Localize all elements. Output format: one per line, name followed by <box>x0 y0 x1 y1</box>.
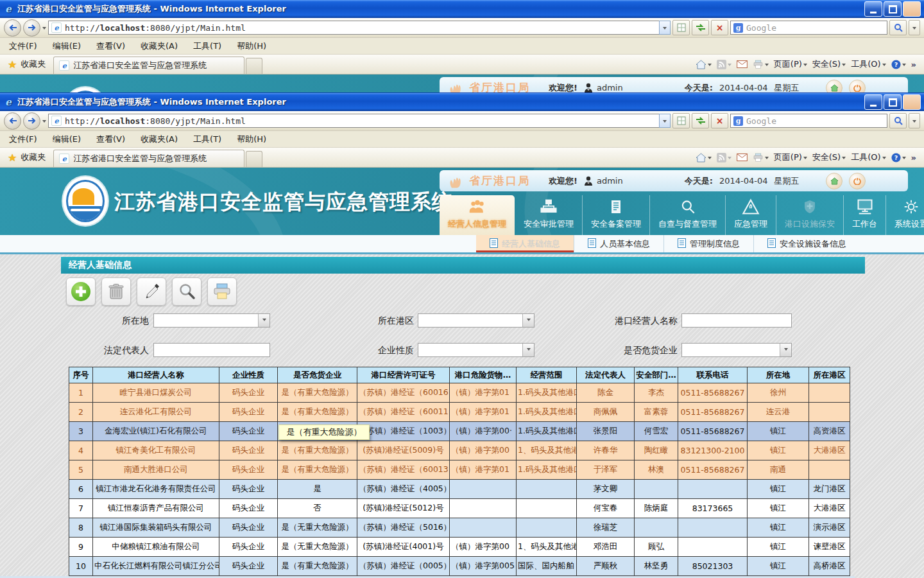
nav-item-经营人信息管理[interactable]: 经营人信息管理 <box>440 195 515 235</box>
compatibility-view-button[interactable] <box>672 113 690 128</box>
print-button[interactable] <box>753 153 769 162</box>
table-row-2[interactable]: 2连云港化工有限公司码头企业是（有重大危险源）（苏镇）港经证（60011）（镇）… <box>69 403 850 422</box>
nav-item-系统设置[interactable]: 系统设置 <box>886 195 924 235</box>
subnav-item-管理制度信息[interactable]: 管理制度信息 <box>663 235 753 252</box>
search-input[interactable]: g Google <box>730 21 887 35</box>
enterprise-type-select[interactable] <box>418 343 535 357</box>
new-tab-stub[interactable] <box>246 151 262 167</box>
home-button[interactable] <box>696 60 712 69</box>
more-commands-chevron[interactable]: » <box>911 153 916 162</box>
menu-item-2[interactable]: 查看(V) <box>96 40 125 52</box>
menu-item-4[interactable]: 工具(T) <box>193 40 221 52</box>
search-options-button[interactable] <box>909 20 920 35</box>
table-row-5[interactable]: 5南通大胜港口公司码头企业是（有重大危险源）（苏镇）港经证（60013）（镇）港… <box>69 460 850 480</box>
help-menu[interactable]: ? <box>891 60 906 69</box>
table-row-1[interactable]: 1睢宁县港口煤炭公司码头企业是（有重大危险源）（苏镇）港经证（60016）（镇）… <box>69 383 850 403</box>
menu-item-0[interactable]: 文件(F) <box>9 134 37 145</box>
nav-item-自查与督查管理[interactable]: 自查与督查管理 <box>650 195 726 235</box>
browser-tab[interactable]: e 江苏省港口安全监管与应急管理系统 <box>53 57 244 74</box>
edit-button[interactable] <box>137 277 166 306</box>
home-shortcut-button[interactable] <box>826 173 843 189</box>
url-field[interactable]: e http://localhost:8080/yjpt/Main.html <box>48 114 660 128</box>
legal-rep-input[interactable] <box>153 343 270 357</box>
nav-item-港口设施保安[interactable]: 港口设施保安 <box>776 195 844 235</box>
print-button[interactable] <box>207 277 237 306</box>
print-button[interactable] <box>753 60 769 69</box>
url-field[interactable]: e http://localhost:8080/yjpt/Main.html <box>48 21 660 35</box>
restore-button[interactable] <box>884 94 902 110</box>
mail-button[interactable] <box>737 60 748 68</box>
minimize-button[interactable] <box>864 1 882 17</box>
forward-button[interactable] <box>23 19 40 37</box>
search-options-button[interactable] <box>909 113 920 128</box>
browser-tab[interactable]: e 江苏省港口安全监管与应急管理系统 <box>53 150 244 167</box>
restore-button[interactable] <box>884 1 902 17</box>
table-row-10[interactable]: 10中石化长江燃料有限公司镇江分公司码头企业是（有重大危险源）（苏镇）港经证（0… <box>69 557 850 576</box>
operator-name-input[interactable] <box>681 313 792 328</box>
refresh-button[interactable] <box>692 113 709 128</box>
favorites-button[interactable]: ★ 收藏夹 <box>0 55 53 74</box>
table-row-3[interactable]: 3金海宏业(镇江)石化有限公司码头企业是（有重大危险源）（苏镇）港经证（1003… <box>69 422 850 441</box>
logout-button[interactable] <box>849 173 866 189</box>
menu-item-4[interactable]: 工具(T) <box>193 134 221 145</box>
menu-item-3[interactable]: 收藏夹(A) <box>141 40 178 52</box>
nav-item-安全备案管理[interactable]: 安全备案管理 <box>583 195 650 235</box>
mail-button[interactable] <box>737 153 748 161</box>
table-row-9[interactable]: 9中储粮镇江粮油有限公司码头企业是（无重大危险源）(苏镇)港经证(4001)号（… <box>69 538 850 557</box>
page-menu[interactable]: 页面(P) <box>774 152 807 163</box>
search-input[interactable]: g Google <box>730 114 887 128</box>
new-tab-stub[interactable] <box>246 58 262 74</box>
minimize-button[interactable] <box>864 94 882 110</box>
tools-menu[interactable]: 工具(O) <box>851 152 886 163</box>
menu-item-2[interactable]: 查看(V) <box>96 134 125 145</box>
close-button[interactable] <box>903 94 921 110</box>
page-menu[interactable]: 页面(P) <box>774 58 807 70</box>
stop-button[interactable]: × <box>711 113 728 128</box>
table-row-6[interactable]: 6镇江市港龙石化港务有限责任公司码头企业是（苏镇）港经证（4005）号茅文卿镇江… <box>69 480 850 499</box>
back-button[interactable] <box>4 112 21 130</box>
delete-button[interactable] <box>101 277 131 306</box>
menu-item-3[interactable]: 收藏夹(A) <box>141 134 178 145</box>
stop-button[interactable]: × <box>711 20 728 35</box>
tools-menu[interactable]: 工具(O) <box>851 58 886 70</box>
close-button[interactable] <box>903 1 921 17</box>
refresh-button[interactable] <box>692 20 709 35</box>
search-button[interactable] <box>889 113 907 128</box>
home-shortcut-button[interactable] <box>826 80 843 94</box>
forward-button[interactable] <box>23 112 40 130</box>
location-select[interactable] <box>153 313 270 328</box>
safety-menu[interactable]: 安全(S) <box>812 152 846 163</box>
history-dropdown-icon[interactable] <box>42 120 46 125</box>
help-menu[interactable]: ? <box>891 153 906 162</box>
table-row-4[interactable]: 4镇江奇美化工有限公司码头企业是（有重大危险源）(苏镇)港经证(5009)号（镇… <box>69 441 850 460</box>
rss-button[interactable] <box>717 60 732 69</box>
menu-item-5[interactable]: 帮助(H) <box>237 40 266 52</box>
menu-item-1[interactable]: 编辑(E) <box>53 40 81 52</box>
back-button[interactable] <box>4 19 21 37</box>
port-area-select[interactable] <box>418 313 535 328</box>
dangerous-goods-select[interactable] <box>681 343 792 357</box>
add-button[interactable] <box>66 277 96 306</box>
rss-button[interactable] <box>717 153 732 162</box>
menu-item-5[interactable]: 帮助(H) <box>237 134 266 145</box>
compatibility-view-button[interactable] <box>672 20 690 35</box>
subnav-item-人员基本信息[interactable]: 人员基本信息 <box>574 235 663 252</box>
favorites-button[interactable]: ★ 收藏夹 <box>0 148 53 167</box>
subnav-item-安全设施设备信息[interactable]: 安全设施设备信息 <box>753 235 860 252</box>
safety-menu[interactable]: 安全(S) <box>812 58 846 70</box>
table-row-8[interactable]: 8镇江港国际集装箱码头有限公司码头企业是（无重大危险源）（苏镇）港经证（5016… <box>69 518 850 538</box>
url-dropdown-button[interactable] <box>659 114 671 128</box>
home-button[interactable] <box>696 153 712 162</box>
nav-item-应急管理[interactable]: 应急管理 <box>726 195 776 235</box>
nav-item-工作台[interactable]: 工作台 <box>844 195 886 235</box>
nav-item-安全审批管理[interactable]: 安全审批管理 <box>515 195 583 235</box>
search-button[interactable] <box>172 277 201 306</box>
history-dropdown-icon[interactable] <box>42 27 46 31</box>
menu-item-0[interactable]: 文件(F) <box>9 40 37 52</box>
logout-button[interactable] <box>849 80 866 94</box>
menu-item-1[interactable]: 编辑(E) <box>53 134 81 145</box>
url-dropdown-button[interactable] <box>659 21 671 35</box>
table-row-7[interactable]: 7镇江恒泰沥青产品有限公司码头企业否(苏镇)港经证(5012)号何宝春陈炳庭83… <box>69 499 850 518</box>
search-button[interactable] <box>889 20 907 35</box>
subnav-item-经营人基础信息[interactable]: 经营人基础信息 <box>476 235 574 252</box>
